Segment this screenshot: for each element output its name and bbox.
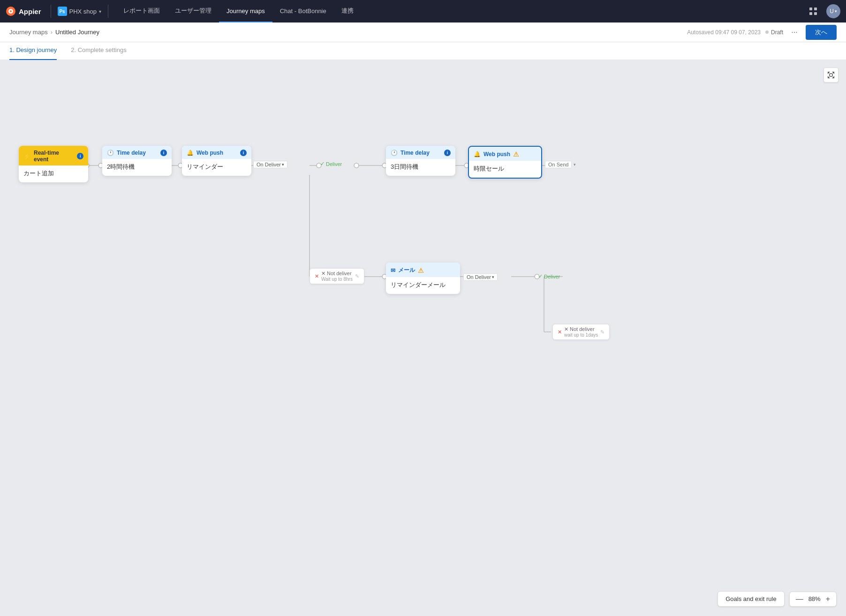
nav-item-report[interactable]: レポート画面: [116, 0, 167, 23]
deliver-text-1: Deliver: [326, 161, 342, 167]
node-body-text-event: カート追加: [23, 169, 54, 178]
on-send-chevron: ▾: [574, 162, 576, 167]
node-header-delay2: 🕐 Time delay i: [386, 146, 455, 159]
node-warning-icon-push2: ⚠: [513, 150, 519, 158]
node-header-email: ✉ メール ⚠: [386, 263, 460, 277]
workspace-icon: Ps: [58, 7, 67, 16]
node-title-delay1: Time delay: [117, 150, 146, 156]
not-deliver-text-group-2: ✕ Not deliver wait up to 1days: [564, 326, 598, 338]
node-info-btn[interactable]: i: [77, 153, 83, 159]
node-body-text-email: リマインダーメール: [391, 281, 446, 289]
sub-header: Journey maps › Untitled Journey Autosave…: [0, 23, 846, 42]
svg-rect-35: [830, 74, 832, 76]
more-options-btn[interactable]: ···: [788, 26, 801, 39]
node-body-push1: リマインダー: [182, 159, 251, 176]
step-settings-label: 2. Complete settings: [71, 46, 127, 53]
node-header-push2: 🔔 Web push ⚠: [469, 147, 541, 161]
zoom-out-button[interactable]: —: [794, 595, 805, 603]
on-deliver-dropdown-2[interactable]: On Deliver ▾: [463, 273, 498, 281]
not-deliver-label-2: ✕ Not deliver: [564, 326, 598, 332]
breadcrumb: Journey maps › Untitled Journey: [9, 29, 99, 36]
svg-point-18: [354, 163, 359, 168]
not-deliver-sub-1: Wait up to 8hrs: [321, 277, 353, 282]
user-avatar[interactable]: U ▾: [826, 4, 840, 18]
node-warning-icon-email: ⚠: [418, 267, 424, 274]
node-web-push-2[interactable]: 🔔 Web push ⚠ 時限セール: [468, 146, 542, 179]
on-deliver-label-2: On Deliver: [467, 274, 491, 280]
nav-item-journey[interactable]: Journey maps: [219, 0, 272, 23]
on-deliver-chevron-2: ▾: [492, 275, 494, 279]
nav-item-users[interactable]: ユーザー管理: [167, 0, 219, 23]
subheader-right: Autosaved 09:47 09 07, 2023 Draft ··· 次へ: [687, 25, 837, 40]
node-email[interactable]: ✉ メール ⚠ リマインダーメール: [386, 263, 460, 294]
workspace-chevron: ▾: [99, 9, 101, 14]
bottom-bar: Goals and exit rule — 88% +: [718, 591, 837, 607]
node-body-delay1: 2時間待機: [102, 159, 172, 176]
not-deliver-text-group-1: ✕ Not deliver Wait up to 8hrs: [321, 270, 353, 282]
node-web-push-1[interactable]: 🔔 Web push i リマインダー: [182, 146, 251, 176]
deliver-check-icon-1: ✓: [320, 161, 325, 167]
goals-exit-rule-button[interactable]: Goals and exit rule: [718, 591, 784, 607]
not-deliver-icon-2: ✕: [558, 329, 562, 335]
node-header-push1: 🔔 Web push i: [182, 146, 251, 159]
breadcrumb-parent[interactable]: Journey maps: [9, 29, 48, 36]
on-deliver-label-1: On Deliver: [257, 162, 281, 167]
nav-divider-2: [108, 5, 108, 18]
topnav-right: U ▾: [806, 4, 840, 19]
deliver-label-2: ✓ Deliver: [538, 273, 560, 279]
node-body-text-push2: 時限セール: [474, 165, 504, 173]
node-icon-clock1: 🕐: [107, 150, 114, 156]
step-settings[interactable]: 2. Complete settings: [71, 42, 127, 60]
not-deliver-edit-icon-1[interactable]: ✎: [355, 273, 359, 279]
zoom-in-button[interactable]: +: [824, 595, 831, 603]
node-body-text-delay1: 2時間待機: [107, 163, 135, 171]
node-header-real-time: ⚡ Real-time event i: [19, 146, 88, 165]
node-body-text-delay2: 3日間待機: [391, 163, 418, 171]
journey-canvas: ⚡ Real-time event i カート追加 🕐 Time delay i…: [0, 60, 846, 616]
zoom-control: — 88% +: [789, 592, 837, 607]
node-info-btn-delay1[interactable]: i: [160, 150, 167, 156]
grid-icon-btn[interactable]: [806, 4, 821, 19]
nav-item-chat[interactable]: Chat - BotBonnie: [272, 0, 334, 23]
not-deliver-edit-icon-2[interactable]: ✎: [600, 329, 604, 335]
node-title-delay2: Time delay: [400, 150, 430, 156]
on-send-area: On Send ▾: [545, 161, 576, 168]
node-info-btn-push1[interactable]: i: [240, 150, 247, 156]
nav-divider: [51, 5, 51, 18]
node-title-email: メール: [398, 266, 415, 274]
node-title-push1: Web push: [196, 150, 223, 156]
nav-item-integration[interactable]: 連携: [334, 0, 361, 23]
node-info-btn-delay2[interactable]: i: [444, 150, 451, 156]
node-icon-clock2: 🕐: [391, 150, 398, 156]
step-design[interactable]: 1. Design journey: [9, 42, 57, 60]
node-icon-push1: 🔔: [187, 150, 194, 156]
node-body-delay2: 3日間待機: [386, 159, 455, 176]
not-deliver-sub-2: wait up to 1days: [564, 332, 598, 338]
fit-view-button[interactable]: [823, 68, 838, 83]
node-time-delay-2[interactable]: 🕐 Time delay i 3日間待機: [386, 146, 455, 176]
workspace-selector[interactable]: Ps PHX shop ▾: [53, 5, 106, 18]
not-deliver-node-2: ✕ ✕ Not deliver wait up to 1days ✎: [552, 324, 610, 340]
breadcrumb-current: Untitled Journey: [55, 29, 99, 36]
deliver-text-2: Deliver: [544, 274, 560, 279]
step-design-label: 1. Design journey: [9, 46, 57, 53]
node-icon-push2: 🔔: [474, 151, 481, 158]
status-draft: Draft: [765, 29, 783, 36]
svg-rect-3: [809, 8, 812, 10]
node-time-delay-1[interactable]: 🕐 Time delay i 2時間待機: [102, 146, 172, 176]
steps-bar: 1. Design journey 2. Complete settings: [0, 42, 846, 60]
breadcrumb-separator: ›: [51, 29, 53, 36]
node-real-time-event[interactable]: ⚡ Real-time event i カート追加: [19, 146, 88, 182]
main-nav: レポート画面 ユーザー管理 Journey maps Chat - BotBon…: [116, 0, 806, 23]
on-send-label: On Send: [545, 161, 572, 168]
not-deliver-node-1: ✕ ✕ Not deliver Wait up to 8hrs ✎: [310, 268, 364, 284]
top-navigation: Appier Ps PHX shop ▾ レポート画面 ユーザー管理 Journ…: [0, 0, 846, 23]
on-deliver-dropdown-1[interactable]: On Deliver ▾: [253, 161, 287, 168]
node-header-delay1: 🕐 Time delay i: [102, 146, 172, 159]
connections-svg: [0, 60, 846, 616]
node-icon-event: ⚡: [23, 153, 31, 160]
deliver-check-icon-2: ✓: [538, 273, 543, 279]
node-body-event: カート追加: [19, 165, 88, 182]
next-button[interactable]: 次へ: [806, 25, 837, 40]
zoom-level: 88%: [808, 595, 821, 602]
